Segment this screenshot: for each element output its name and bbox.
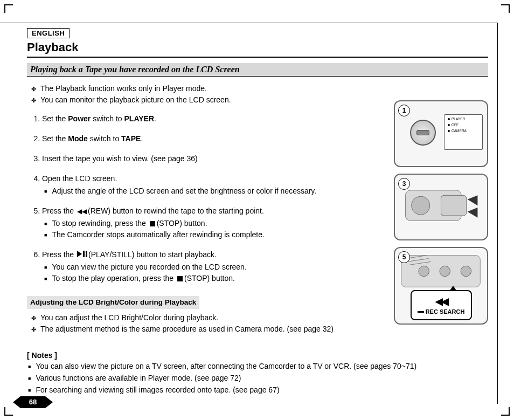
note-item: You can also view the picture on a TV sc… <box>38 361 488 373</box>
text: switch to <box>91 114 124 123</box>
text: (PLAY/STILL) button to start playback. <box>88 250 217 259</box>
note-item: For searching and viewing still images r… <box>38 384 488 396</box>
figure-number: 5 <box>398 251 410 263</box>
figure-number: 3 <box>398 178 410 190</box>
stop-icon <box>150 221 155 226</box>
stop-icon <box>177 276 183 281</box>
language-label: ENGLISH <box>27 28 70 38</box>
svg-rect-2 <box>441 195 467 216</box>
step-6-sub: To stop the play operation, press the (S… <box>54 273 383 284</box>
sub-point: You can adjust the LCD Bright/Color duri… <box>42 312 383 323</box>
rewind-icon: ◀◀ <box>435 295 447 307</box>
step-4: Open the LCD screen. Adjust the angle of… <box>42 173 383 197</box>
text: (STOP) button. <box>184 274 235 283</box>
rec-search-label: REC SEARCH <box>426 308 465 315</box>
text-bold: TAPE <box>121 134 141 143</box>
text: Set the <box>42 114 68 123</box>
intro-list: The Playback function works only in Play… <box>27 83 383 106</box>
text-bold: PLAYER <box>124 114 155 123</box>
note-item: Various functions are available in Playe… <box>38 373 488 384</box>
figure-5: 5 ◀◀ REC SEARCH <box>394 247 488 325</box>
text: . <box>154 114 156 123</box>
text: To stop rewinding, press the <box>52 219 148 228</box>
text: . <box>141 134 143 143</box>
step-6: Press the (PLAY/STILL) button to start p… <box>42 249 383 284</box>
figure-3: 3 <box>394 174 488 240</box>
text: switch to <box>88 134 121 143</box>
power-dial-illustration <box>410 120 436 146</box>
step-3: Insert the tape you wish to view. (see p… <box>42 153 383 164</box>
crop-mark <box>501 4 510 13</box>
intro-item: The Playback function works only in Play… <box>42 83 383 94</box>
step-2: Set the Mode switch to TAPE. <box>42 133 383 144</box>
crop-mark <box>4 4 13 13</box>
svg-point-5 <box>440 266 450 277</box>
switch-label-camera: CAMERA <box>452 129 467 133</box>
notes-heading: [ Notes ] <box>27 351 488 360</box>
text: Press the <box>42 250 76 259</box>
text: Set the <box>42 134 68 143</box>
page-title: Playback <box>27 40 488 58</box>
switch-label-off: OFF <box>452 123 459 127</box>
camcorder-illustration <box>400 180 482 231</box>
figure-1: 1 PLAYER OFF CAMERA <box>394 100 488 167</box>
step-5-sub: To stop rewinding, press the (STOP) butt… <box>54 218 383 229</box>
figure-number: 1 <box>398 105 410 116</box>
sub-points: You can adjust the LCD Bright/Color duri… <box>27 312 383 335</box>
text: To stop the play operation, press the <box>52 274 176 283</box>
play-still-icon <box>77 251 87 257</box>
mode-switch-panel: PLAYER OFF CAMERA <box>444 114 483 150</box>
text: (REW) button to rewind the tape to the s… <box>88 206 264 215</box>
text: Open the LCD screen. <box>42 174 117 183</box>
rewind-icon: ◀◀ <box>77 208 87 215</box>
intro-item: You can monitor the playback picture on … <box>42 94 383 106</box>
steps-list: Set the Power switch to PLAYER. Set the … <box>27 113 383 284</box>
switch-label-player: PLAYER <box>452 117 465 121</box>
step-1: Set the Power switch to PLAYER. <box>42 113 383 125</box>
text-bold: Power <box>68 114 91 123</box>
sub-point: The adjustment method is the same proced… <box>42 323 383 335</box>
svg-point-6 <box>461 266 471 277</box>
step-4-sub: Adjust the angle of the LCD screen and s… <box>54 185 383 197</box>
minus-icon <box>418 311 424 313</box>
notes-list: You can also view the picture on a TV sc… <box>27 361 488 396</box>
rec-search-callout: ◀◀ REC SEARCH <box>411 290 472 320</box>
text: Press the <box>42 206 76 215</box>
crop-mark <box>501 407 510 416</box>
sub-heading: Adjusting the LCD Bright/Color during Pl… <box>27 296 199 309</box>
step-5: Press the ◀◀(REW) button to rewind the t… <box>42 205 383 240</box>
section-subtitle: Playing back a Tape you have recorded on… <box>27 63 488 77</box>
step-5-sub: The Camcorder stops automatically after … <box>54 229 383 240</box>
crop-mark <box>4 407 13 416</box>
svg-point-4 <box>419 266 429 277</box>
page-number-badge: 68 <box>20 396 45 408</box>
step-6-sub: You can view the picture you recorded on… <box>54 261 383 273</box>
svg-point-1 <box>412 196 430 215</box>
text: (STOP) button. <box>157 219 207 228</box>
text-bold: Mode <box>68 134 88 143</box>
